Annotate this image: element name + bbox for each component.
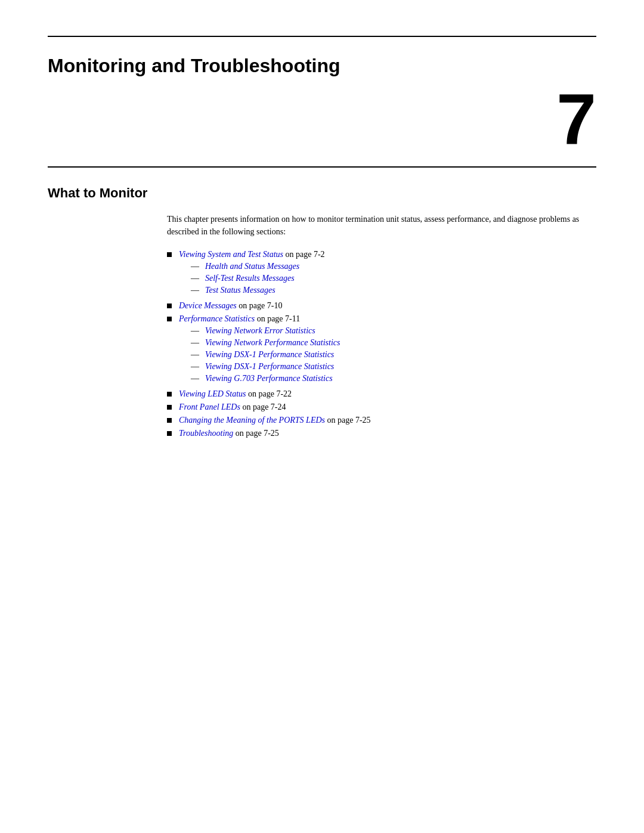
- bullet-icon: [167, 252, 172, 257]
- bullet-icon: [167, 304, 172, 308]
- suffix-device-messages: on page 7-10: [237, 301, 283, 310]
- chapter-title: Monitoring and Troubleshooting: [48, 55, 596, 77]
- section-title: What to Monitor: [48, 185, 596, 201]
- dash-icon: —: [191, 350, 199, 360]
- suffix-viewing-led: on page 7-22: [246, 389, 292, 398]
- dash-icon: —: [191, 374, 199, 383]
- link-self-test[interactable]: Self-Test Results Messages: [205, 274, 295, 283]
- link-net-perf[interactable]: Viewing Network Performance Statistics: [205, 338, 340, 348]
- dash-icon: —: [191, 338, 199, 348]
- sub-list-system: — Health and Status Messages — Self-Test…: [191, 262, 325, 295]
- chapter-number: 7: [48, 83, 596, 154]
- sub-item-health: — Health and Status Messages: [191, 262, 325, 271]
- suffix-troubleshooting: on page 7-25: [233, 429, 279, 438]
- link-front-panel[interactable]: Front Panel LEDs: [179, 402, 240, 411]
- toc-item-front-panel: Front Panel LEDs on page 7-24: [167, 402, 596, 412]
- dash-icon: —: [191, 362, 199, 371]
- toc-list: Viewing System and Test Status on page 7…: [167, 250, 596, 438]
- link-changing-meaning[interactable]: Changing the Meaning of the PORTS LEDs: [179, 416, 325, 425]
- suffix-performance-stats: on page 7-11: [255, 314, 300, 323]
- toc-item-viewing-system: Viewing System and Test Status on page 7…: [167, 250, 596, 298]
- link-test-status[interactable]: Test Status Messages: [205, 286, 275, 295]
- toc-item-performance-stats: Performance Statistics on page 7-11 — Vi…: [167, 314, 596, 386]
- dash-icon: —: [191, 262, 199, 271]
- suffix-viewing-system: on page 7-2: [283, 250, 325, 259]
- sub-item-self-test: — Self-Test Results Messages: [191, 274, 325, 283]
- link-viewing-led[interactable]: Viewing LED Status: [179, 389, 246, 398]
- intro-text: This chapter presents information on how…: [167, 213, 596, 238]
- link-troubleshooting[interactable]: Troubleshooting: [179, 429, 233, 438]
- suffix-front-panel: on page 7-24: [240, 402, 286, 411]
- bullet-icon: [167, 431, 172, 436]
- link-viewing-system[interactable]: Viewing System and Test Status: [179, 250, 283, 259]
- sub-item-test-status: — Test Status Messages: [191, 286, 325, 295]
- link-dsx1-perf2[interactable]: Viewing DSX-1 Performance Statistics: [205, 362, 334, 371]
- toc-item-troubleshooting: Troubleshooting on page 7-25: [167, 429, 596, 438]
- bullet-icon: [167, 418, 172, 423]
- sub-item-net-perf: — Viewing Network Performance Statistics: [191, 338, 340, 348]
- sub-list-performance: — Viewing Network Error Statistics — Vie…: [191, 326, 340, 383]
- link-dsx1-perf1[interactable]: Viewing DSX-1 Performance Statistics: [205, 350, 334, 360]
- bullet-icon: [167, 405, 172, 410]
- link-net-error[interactable]: Viewing Network Error Statistics: [205, 326, 315, 336]
- sub-item-net-error: — Viewing Network Error Statistics: [191, 326, 340, 336]
- dash-icon: —: [191, 274, 199, 283]
- bullet-icon: [167, 317, 172, 321]
- sub-item-dsx1-perf1: — Viewing DSX-1 Performance Statistics: [191, 350, 340, 360]
- toc-item-changing-meaning: Changing the Meaning of the PORTS LEDs o…: [167, 416, 596, 425]
- dash-icon: —: [191, 326, 199, 336]
- link-g703-perf[interactable]: Viewing G.703 Performance Statistics: [205, 374, 333, 383]
- bottom-rule: [48, 166, 596, 168]
- link-device-messages[interactable]: Device Messages: [179, 301, 237, 310]
- link-performance-stats[interactable]: Performance Statistics: [179, 314, 255, 323]
- link-health-status[interactable]: Health and Status Messages: [205, 262, 299, 271]
- page-container: Monitoring and Troubleshooting 7 What to…: [0, 36, 644, 833]
- toc-item-viewing-led: Viewing LED Status on page 7-22: [167, 389, 596, 399]
- suffix-changing-meaning: on page 7-25: [325, 416, 371, 425]
- sub-item-g703-perf: — Viewing G.703 Performance Statistics: [191, 374, 340, 383]
- toc-item-device-messages: Device Messages on page 7-10: [167, 301, 596, 311]
- top-rule: [48, 36, 596, 37]
- sub-item-dsx1-perf2: — Viewing DSX-1 Performance Statistics: [191, 362, 340, 371]
- dash-icon: —: [191, 286, 199, 295]
- bullet-icon: [167, 392, 172, 397]
